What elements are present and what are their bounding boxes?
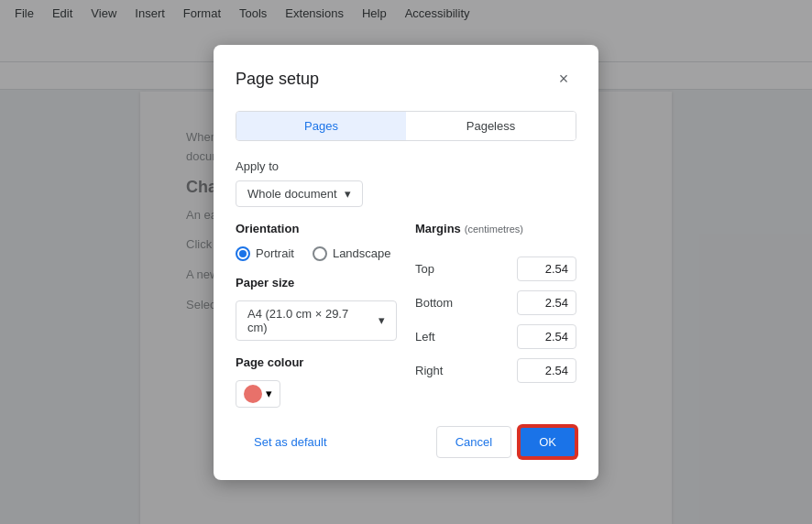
page-setup-dialog: Page setup × Pages Pageless Apply to Who…: [214, 45, 598, 480]
tab-pages[interactable]: Pages: [236, 112, 406, 140]
colour-dropdown-icon: ▾: [266, 387, 272, 400]
apply-to-section: Apply to Whole document ▾: [236, 159, 576, 222]
dialog-header: Page setup ×: [236, 67, 576, 93]
margin-right-input[interactable]: [517, 358, 576, 383]
colour-swatch: [244, 385, 262, 403]
ok-button[interactable]: OK: [519, 426, 576, 458]
page-colour-picker[interactable]: ▾: [236, 380, 280, 408]
cancel-button[interactable]: Cancel: [436, 426, 511, 458]
apply-to-value: Whole document: [247, 187, 337, 201]
margin-top-input[interactable]: [517, 257, 576, 281]
landscape-radio: [313, 246, 327, 261]
margins-title: Margins: [415, 222, 461, 235]
modal-overlay: Page setup × Pages Pageless Apply to Who…: [0, 0, 812, 524]
paper-size-chevron-icon: ▾: [379, 313, 385, 327]
close-icon: ×: [559, 70, 569, 89]
margin-row-bottom: Bottom: [415, 290, 576, 315]
margin-bottom-input[interactable]: [517, 290, 576, 315]
orientation-title: Orientation: [236, 222, 397, 235]
portrait-radio-selected: [236, 246, 250, 261]
paper-size-dropdown[interactable]: A4 (21.0 cm × 29.7 cm) ▾: [236, 300, 397, 341]
portrait-label: Portrait: [256, 246, 294, 260]
apply-to-dropdown[interactable]: Whole document ▾: [236, 180, 363, 207]
landscape-label: Landscape: [333, 246, 391, 260]
right-column: Margins (centimetres) Top Bottom Left Ri…: [415, 222, 576, 408]
orientation-portrait[interactable]: Portrait: [236, 246, 294, 261]
margin-left-label: Left: [415, 330, 461, 344]
tabs-container: Pages Pageless: [236, 111, 576, 141]
left-column: Orientation Portrait Landscape Paper siz…: [236, 222, 397, 408]
set-as-default-button[interactable]: Set as default: [236, 428, 346, 456]
margin-bottom-label: Bottom: [415, 296, 461, 310]
margins-subtitle: (centimetres): [465, 224, 523, 235]
margin-top-label: Top: [415, 262, 461, 276]
paper-size-value: A4 (21.0 cm × 29.7 cm): [247, 307, 371, 334]
paper-size-title: Paper size: [236, 276, 397, 289]
dialog-title: Page setup: [236, 70, 319, 89]
footer-right-buttons: Cancel OK: [436, 426, 576, 458]
orientation-landscape[interactable]: Landscape: [313, 246, 391, 261]
tab-pageless[interactable]: Pageless: [406, 112, 576, 140]
margin-row-left: Left: [415, 324, 576, 349]
close-button[interactable]: ×: [551, 67, 576, 93]
apply-to-label: Apply to: [236, 159, 576, 173]
orientation-radio-group: Portrait Landscape: [236, 246, 397, 261]
portrait-dot: [239, 250, 247, 257]
margin-left-input[interactable]: [517, 324, 576, 349]
page-colour-title: Page colour: [236, 355, 397, 369]
margin-row-right: Right: [415, 358, 576, 383]
apply-to-chevron-icon: ▾: [345, 187, 351, 201]
dialog-body: Orientation Portrait Landscape Paper siz…: [236, 222, 576, 408]
dialog-footer: Set as default Cancel OK: [236, 426, 576, 458]
margin-row-top: Top: [415, 257, 576, 281]
margin-right-label: Right: [415, 364, 461, 377]
